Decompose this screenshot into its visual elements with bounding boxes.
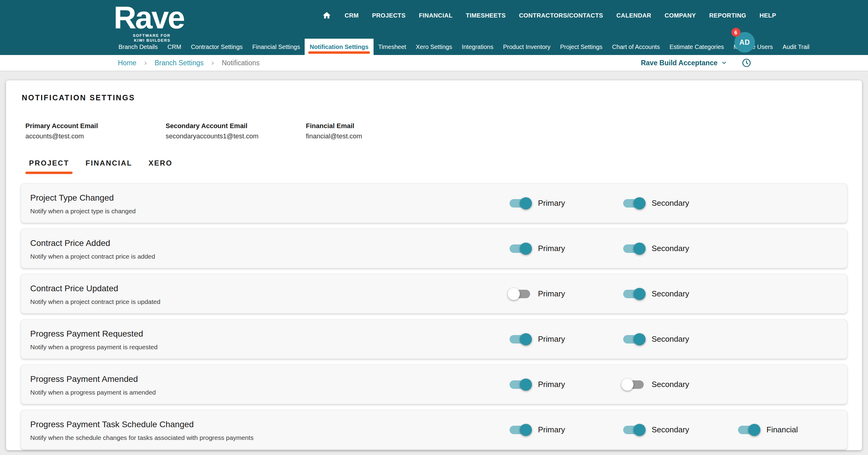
- branch-selector-label: Rave Build Acceptance: [641, 59, 717, 66]
- notification-row-progress-payment-requested: Progress Payment Requested Notify when a…: [21, 319, 847, 359]
- app: Rave SOFTWARE FOR KIWI BUILDERS CRM PROJ…: [0, 0, 868, 455]
- primary-toggle[interactable]: [509, 335, 530, 343]
- toggle-label: Financial: [767, 425, 798, 434]
- toggle-label: Secondary: [652, 198, 689, 207]
- toggle-label: Secondary: [652, 425, 689, 434]
- subnav-branch-details[interactable]: Branch Details: [114, 39, 163, 55]
- breadcrumb-bar-right: Rave Build Acceptance: [641, 58, 751, 68]
- subnav-audit-trail[interactable]: Audit Trail: [778, 39, 814, 55]
- main-nav-calendar[interactable]: CALENDAR: [617, 12, 651, 19]
- toggle-thumb: [633, 424, 646, 436]
- tab-xero[interactable]: XERO: [149, 158, 173, 169]
- notification-description: Notify when the schedule changes for tas…: [21, 429, 847, 441]
- secondary-toggle[interactable]: [623, 199, 644, 207]
- subnav-contractor-settings[interactable]: Contractor Settings: [186, 39, 248, 55]
- secondary-toggle[interactable]: [623, 289, 644, 298]
- breadcrumb-bar: Home › Branch Settings › Notifications R…: [0, 55, 868, 71]
- subnav-integrations[interactable]: Integrations: [457, 39, 498, 55]
- breadcrumb-branch-settings[interactable]: Branch Settings: [154, 59, 204, 66]
- main-nav-timesheets[interactable]: TIMESHEETS: [466, 12, 506, 19]
- notification-count-badge: 6: [732, 28, 740, 37]
- main-nav-projects[interactable]: PROJECTS: [372, 12, 406, 19]
- financial-email: Financial Email financial@test.com: [306, 122, 446, 139]
- toggle-thumb: [520, 197, 532, 209]
- primary-toggle[interactable]: [509, 244, 530, 253]
- primary-toggle[interactable]: [509, 425, 530, 434]
- secondary-toggle-group: Secondary: [623, 334, 689, 344]
- toggle-label: Secondary: [652, 380, 689, 389]
- main-nav-reporting[interactable]: REPORTING: [709, 12, 746, 19]
- toggle-thumb: [520, 333, 532, 345]
- subnav-notification-settings[interactable]: Notification Settings: [305, 39, 373, 55]
- secondary-toggle[interactable]: [623, 425, 644, 434]
- secondary-toggle-group: Secondary: [623, 380, 689, 389]
- secondary-account-email: Secondary Account Email secondaryaccount…: [166, 122, 306, 139]
- primary-toggle-group: Primary: [509, 380, 565, 389]
- toggle-thumb: [621, 378, 633, 390]
- financial-toggle[interactable]: [738, 425, 758, 434]
- breadcrumb-home[interactable]: Home: [118, 59, 136, 66]
- secondary-toggle-group: Secondary: [623, 244, 689, 253]
- subnav-estimate-categories[interactable]: Estimate Categories: [664, 39, 729, 55]
- main-nav-contractors-contacts[interactable]: CONTRACTORS/CONTACTS: [519, 12, 603, 19]
- main-nav-crm[interactable]: CRM: [345, 12, 359, 19]
- secondary-toggle[interactable]: [623, 380, 644, 389]
- primary-toggle[interactable]: [509, 380, 530, 389]
- subnav-project-settings[interactable]: Project Settings: [555, 39, 607, 55]
- subnav-xero-settings[interactable]: Xero Settings: [411, 39, 457, 55]
- chevron-down-icon: [721, 60, 727, 66]
- toggle-thumb: [633, 288, 646, 300]
- toggle-label: Primary: [538, 425, 565, 434]
- app-header: Rave SOFTWARE FOR KIWI BUILDERS CRM PROJ…: [0, 0, 868, 55]
- notification-row-project-type-changed: Project Type Changed Notify when a proje…: [21, 183, 847, 223]
- email-label: Primary Account Email: [25, 122, 166, 129]
- tab-financial[interactable]: FINANCIAL: [86, 158, 132, 169]
- primary-account-email: Primary Account Email accounts@test.com: [25, 122, 166, 139]
- subnav-financial-settings[interactable]: Financial Settings: [248, 39, 305, 55]
- secondary-toggle[interactable]: [623, 335, 644, 343]
- toggle-thumb: [633, 333, 646, 345]
- secondary-toggle-group: Secondary: [623, 289, 689, 298]
- secondary-toggle[interactable]: [623, 244, 644, 253]
- toggle-thumb: [520, 378, 532, 390]
- subnav-timesheet[interactable]: Timesheet: [373, 39, 411, 55]
- subnav-crm[interactable]: CRM: [163, 39, 186, 55]
- toggle-thumb: [520, 242, 532, 254]
- breadcrumb: Home › Branch Settings › Notifications: [118, 59, 259, 67]
- branch-selector-dropdown[interactable]: Rave Build Acceptance: [641, 59, 727, 66]
- toggle-thumb: [633, 197, 646, 209]
- toggle-label: Primary: [538, 198, 565, 207]
- primary-toggle[interactable]: [509, 199, 530, 207]
- secondary-toggle-group: Secondary: [623, 425, 689, 434]
- tab-project[interactable]: PROJECT: [29, 158, 69, 169]
- toggle-thumb: [508, 288, 520, 300]
- notification-description: Notify when a project contract price is …: [21, 293, 847, 305]
- primary-toggle[interactable]: [509, 289, 530, 298]
- main-nav-help[interactable]: HELP: [760, 12, 776, 19]
- email-label: Financial Email: [306, 122, 446, 129]
- settings-sub-nav: Branch Details CRM Contractor Settings F…: [114, 39, 814, 55]
- history-clock-icon[interactable]: [742, 58, 751, 68]
- notification-row-progress-payment-task-schedule-changed: Progress Payment Task Schedule Changed N…: [21, 410, 847, 450]
- notification-title: Contract Price Added: [21, 229, 847, 248]
- home-icon[interactable]: [322, 11, 331, 20]
- user-avatar[interactable]: AD 6: [735, 32, 755, 53]
- subnav-chart-of-accounts[interactable]: Chart of Accounts: [607, 39, 664, 55]
- primary-toggle-group: Primary: [509, 425, 565, 434]
- notification-row-progress-payment-amended: Progress Payment Amended Notify when a p…: [21, 364, 847, 404]
- toggle-label: Primary: [538, 334, 565, 344]
- notification-row-contract-price-updated: Contract Price Updated Notify when a pro…: [21, 274, 847, 314]
- rave-logo[interactable]: Rave SOFTWARE FOR KIWI BUILDERS: [114, 3, 170, 43]
- avatar-initials: AD: [739, 39, 750, 46]
- notification-title: Contract Price Updated: [21, 274, 847, 293]
- subnav-product-inventory[interactable]: Product Inventory: [498, 39, 555, 55]
- main-nav-financial[interactable]: FINANCIAL: [419, 12, 453, 19]
- chevron-right-icon: ›: [212, 59, 214, 67]
- notification-title: Progress Payment Amended: [21, 365, 847, 384]
- main-nav: CRM PROJECTS FINANCIAL TIMESHEETS CONTRA…: [322, 11, 776, 20]
- account-emails: Primary Account Email accounts@test.com …: [25, 122, 862, 139]
- page-title: NOTIFICATION SETTINGS: [22, 94, 862, 102]
- toggle-thumb: [633, 242, 646, 254]
- main-nav-company[interactable]: COMPANY: [664, 12, 696, 19]
- notification-title: Progress Payment Requested: [21, 320, 847, 338]
